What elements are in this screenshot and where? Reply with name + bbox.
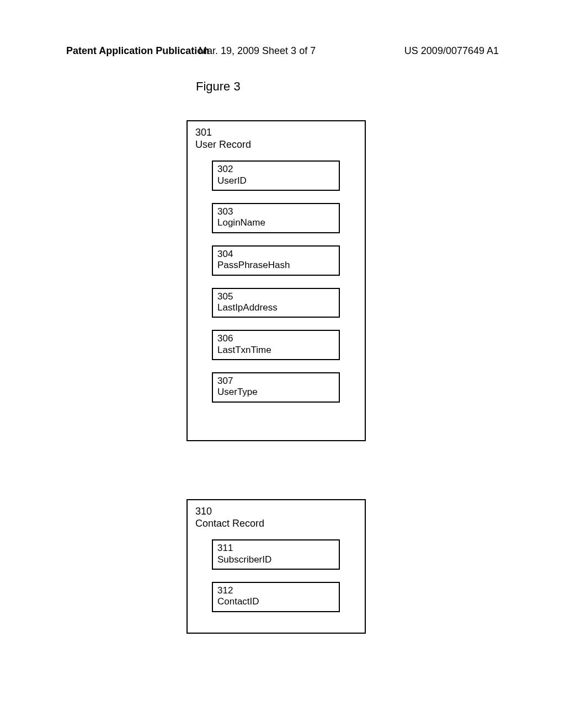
header-left-text: Patent Application Publication — [66, 45, 209, 57]
field-ref: 303 — [217, 206, 334, 217]
user-record-name: User Record — [195, 139, 357, 151]
field-lastipaddress: 305 LastIpAddress — [212, 288, 340, 318]
field-usertype: 307 UserType — [212, 372, 340, 403]
field-name: LoginName — [217, 217, 334, 228]
header-center-text: Mar. 19, 2009 Sheet 3 of 7 — [199, 45, 316, 57]
field-userid: 302 UserID — [212, 160, 340, 191]
user-record-title: 301 User Record — [195, 127, 357, 151]
field-ref: 306 — [217, 333, 334, 344]
field-name: SubscriberID — [217, 554, 334, 565]
field-name: ContactID — [217, 596, 334, 607]
contact-record-title: 310 Contact Record — [195, 506, 357, 529]
field-ref: 307 — [217, 376, 334, 387]
user-record-fields: 302 UserID 303 LoginName 304 PassPhraseH… — [212, 160, 357, 403]
field-ref: 304 — [217, 249, 334, 260]
field-name: UserType — [217, 387, 334, 398]
contact-record-ref: 310 — [195, 506, 357, 518]
field-ref: 311 — [217, 543, 334, 554]
field-contactid: 312 ContactID — [212, 582, 340, 612]
contact-record-fields: 311 SubscriberID 312 ContactID — [212, 539, 357, 612]
field-name: PassPhraseHash — [217, 260, 334, 271]
field-name: LastIpAddress — [217, 302, 334, 313]
field-loginname: 303 LoginName — [212, 203, 340, 233]
header-right-text: US 2009/0077649 A1 — [404, 45, 499, 57]
field-name: LastTxnTime — [217, 345, 334, 356]
field-lasttxntime: 306 LastTxnTime — [212, 330, 340, 360]
field-ref: 312 — [217, 585, 334, 596]
patent-figure-page: Patent Application Publication Mar. 19, … — [0, 0, 565, 728]
user-record-box: 301 User Record 302 UserID 303 LoginName… — [186, 120, 366, 441]
field-passphrasehash: 304 PassPhraseHash — [212, 245, 340, 276]
contact-record-box: 310 Contact Record 311 SubscriberID 312 … — [186, 499, 366, 634]
field-name: UserID — [217, 175, 334, 186]
contact-record-name: Contact Record — [195, 518, 357, 530]
figure-label: Figure 3 — [196, 79, 241, 94]
field-ref: 302 — [217, 164, 334, 175]
user-record-ref: 301 — [195, 127, 357, 139]
field-ref: 305 — [217, 291, 334, 302]
field-subscriberid: 311 SubscriberID — [212, 539, 340, 570]
